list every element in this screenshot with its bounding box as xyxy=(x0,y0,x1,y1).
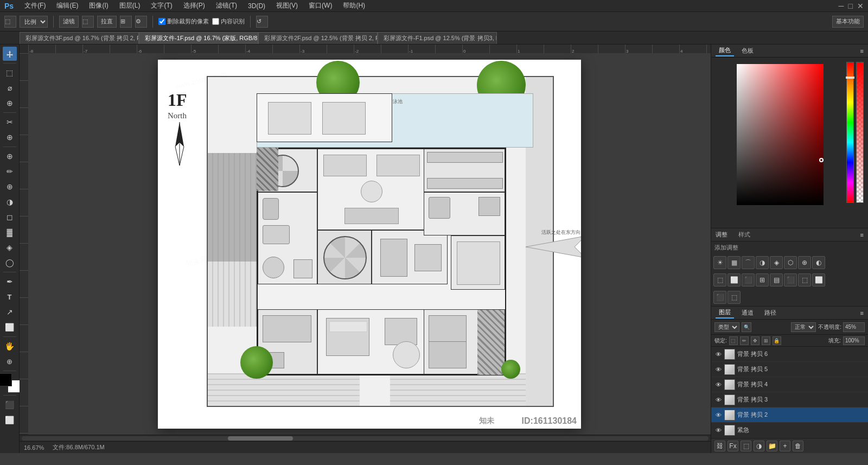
gradient-tool-button[interactable]: ▓ xyxy=(3,225,17,239)
history-brush-tool-button[interactable]: ◑ xyxy=(3,195,17,209)
eyedropper-tool-button[interactable]: ⊕ xyxy=(3,130,17,144)
menu-filter[interactable]: 滤镜(T) xyxy=(214,0,239,11)
layer-group-button[interactable]: 📁 xyxy=(767,441,777,451)
layer-blend-mode-select[interactable]: 正常 xyxy=(791,322,816,332)
layer-filter-icon-button[interactable]: 🔍 xyxy=(742,322,751,332)
lasso-tool-button[interactable]: ⌀ xyxy=(3,81,17,95)
swatches-tab[interactable]: 色板 xyxy=(738,46,757,56)
color-panel-collapse-icon[interactable]: ≡ xyxy=(860,48,864,54)
lock-artboard-button[interactable]: ⊞ xyxy=(762,336,770,345)
text-tool-button[interactable]: T xyxy=(3,290,17,304)
menu-help[interactable]: 帮助(H) xyxy=(341,0,367,11)
layer-4-visibility-icon[interactable]: 👁 xyxy=(714,411,722,419)
canvas-area[interactable]: www.znzmo.com 知未网 www.znzmo.com www.znzm… xyxy=(28,53,711,435)
menu-file[interactable]: 文件(F) xyxy=(22,0,48,11)
opacity-slider[interactable] xyxy=(856,62,864,203)
close-button[interactable]: ✕ xyxy=(857,2,864,10)
layer-2-visibility-icon[interactable]: 👁 xyxy=(714,381,722,388)
screen-mode-button[interactable]: ⬜ xyxy=(3,413,17,427)
layer-row-4[interactable]: 👁 背景 拷贝 2 xyxy=(711,407,868,423)
adj-exposure-button[interactable]: ◑ xyxy=(756,256,769,269)
menu-image[interactable]: 图像(I) xyxy=(87,0,110,11)
menu-edit[interactable]: 编辑(E) xyxy=(54,0,80,11)
layer-search-type-select[interactable]: 类型 xyxy=(714,322,739,332)
adj-threshold-button[interactable]: ⬛ xyxy=(784,273,797,286)
adj-levels-button[interactable]: ▦ xyxy=(727,256,741,269)
layer-row-3[interactable]: 👁 背景 拷贝 3 xyxy=(711,392,868,407)
layer-row-1[interactable]: 👁 背景 拷贝 5 xyxy=(711,362,868,377)
layer-delete-button[interactable]: 🗑 xyxy=(793,441,803,451)
menu-text[interactable]: 文字(T) xyxy=(149,0,174,11)
lock-image-pixels-button[interactable]: ✏ xyxy=(740,336,749,345)
adj-posterize-button[interactable]: ▤ xyxy=(770,273,783,286)
minimize-button[interactable]: ─ xyxy=(839,2,844,10)
filter-button[interactable]: 滤镜 xyxy=(59,16,79,28)
adj-selectivecolor-button[interactable]: ⬜ xyxy=(812,273,825,286)
eraser-tool-button[interactable]: ◻ xyxy=(3,210,17,224)
tool-mode-icon[interactable]: ⬚ xyxy=(4,16,16,28)
hand-tool-button[interactable]: 🖐 xyxy=(3,339,17,353)
maximize-button[interactable]: □ xyxy=(848,2,853,10)
move-tool-button[interactable] xyxy=(3,47,17,61)
shape-tool-button[interactable]: ⬜ xyxy=(3,320,17,334)
adj-colorbalance-button[interactable]: ⊕ xyxy=(798,256,811,269)
layer-row-0[interactable]: 👁 背景 拷贝 6 xyxy=(711,347,868,362)
foreground-color-box[interactable] xyxy=(0,373,12,386)
undo-button[interactable]: ↺ xyxy=(256,16,268,28)
fill-input[interactable] xyxy=(843,336,865,345)
layer-row-2[interactable]: 👁 背景 拷贝 4 xyxy=(711,377,868,392)
scrollbar-track-h[interactable] xyxy=(22,436,709,441)
layer-3-visibility-icon[interactable]: 👁 xyxy=(714,396,722,404)
delete-crop-label[interactable]: 删除裁剪的像素 xyxy=(158,17,209,26)
menu-window[interactable]: 窗口(W) xyxy=(307,0,334,11)
tab-3[interactable]: 彩屏源文件-F1.psd @ 12.5% (背景 拷贝3, RGB/8) ✕ xyxy=(378,32,497,44)
adj-bw-button[interactable]: ◐ xyxy=(812,256,825,269)
tab-0[interactable]: 彩屏源文件3F.psd @ 16.7% (背景 拷贝 2, RGB/8) ✕ xyxy=(20,32,139,44)
path-selection-tool-button[interactable]: ↗ xyxy=(3,305,17,319)
layer-new-button[interactable]: + xyxy=(780,441,790,451)
menu-select[interactable]: 选择(P) xyxy=(181,0,207,11)
menu-3d[interactable]: 3D(D) xyxy=(246,1,267,11)
adj-channelmixer-button[interactable]: ⬜ xyxy=(727,273,741,286)
scrollbar-thumb-h[interactable] xyxy=(228,436,293,441)
adj-extra-1-button[interactable]: ⬛ xyxy=(713,291,726,304)
layer-effects-button[interactable]: Fx xyxy=(727,441,738,451)
fg-bg-colors[interactable] xyxy=(0,373,21,393)
grid-button[interactable]: ⊞ xyxy=(120,16,132,28)
tab-1[interactable]: 彩屏源文件-1F.psd @ 16.7% (家版, RGB/8) ✕ xyxy=(139,32,258,44)
clone-stamp-tool-button[interactable]: ⊕ xyxy=(3,180,17,194)
layer-mask-button[interactable]: ⬚ xyxy=(741,441,751,451)
delete-crop-checkbox[interactable] xyxy=(158,18,165,25)
adj-hsl-button[interactable]: ⬡ xyxy=(784,256,797,269)
lock-position-button[interactable]: ✥ xyxy=(751,336,760,345)
adj-invert-button[interactable]: ⊞ xyxy=(756,273,769,286)
pen-tool-button[interactable]: ✒ xyxy=(3,275,17,289)
layer-5-visibility-icon[interactable]: 👁 xyxy=(714,426,722,434)
channels-tab[interactable]: 通道 xyxy=(738,308,757,318)
opacity-input[interactable] xyxy=(843,322,865,332)
mask-mode-button[interactable]: ⬛ xyxy=(3,398,17,412)
content-aware-checkbox[interactable] xyxy=(212,18,219,25)
adj-curves-button[interactable]: ⌒ xyxy=(742,256,755,269)
adj-gradientmap-button[interactable]: ⬚ xyxy=(798,273,811,286)
menu-layer[interactable]: 图层(L) xyxy=(117,0,143,11)
color-tab[interactable]: 颜色 xyxy=(716,45,734,56)
blur-tool-button[interactable]: ◈ xyxy=(3,240,17,254)
dodge-tool-button[interactable]: ◯ xyxy=(3,256,17,270)
paths-tab[interactable]: 路径 xyxy=(761,308,780,318)
quick-select-tool-button[interactable]: ⊕ xyxy=(3,96,17,110)
layers-tab[interactable]: 图层 xyxy=(716,307,734,319)
adj-panel-collapse-icon[interactable]: ≡ xyxy=(860,232,864,238)
layers-panel-collapse-icon[interactable]: ≡ xyxy=(860,310,864,316)
adj-vibrance-button[interactable]: ◈ xyxy=(770,256,783,269)
adj-brightness-button[interactable]: ☀ xyxy=(713,256,726,269)
layer-row-5[interactable]: 👁 紧急 xyxy=(711,423,868,438)
content-aware-label[interactable]: 内容识别 xyxy=(212,17,245,26)
tool-mode-select[interactable]: 比例 xyxy=(20,16,48,28)
layer-1-visibility-icon[interactable]: 👁 xyxy=(714,366,722,373)
adj-colorlookup-button[interactable]: ⬛ xyxy=(742,273,755,286)
layer-adjustment-button[interactable]: ◑ xyxy=(754,441,764,451)
workspace-mode-button[interactable]: 基本功能 xyxy=(832,16,864,28)
healing-brush-tool-button[interactable]: ⊕ xyxy=(3,149,17,163)
hue-slider[interactable] xyxy=(846,62,854,203)
